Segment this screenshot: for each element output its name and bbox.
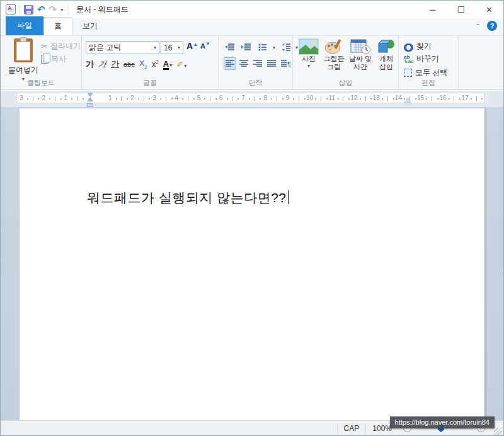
ruler-number: 9: [286, 95, 290, 101]
ruler-number: 4: [175, 95, 179, 101]
chevron-down-icon: ▾: [178, 45, 180, 50]
align-left-button[interactable]: [224, 57, 236, 70]
insert-paint-drawing-button[interactable]: 그림판 그림: [321, 38, 346, 71]
group-label-insert: 삽입: [293, 78, 398, 88]
ruler-tick: [232, 96, 232, 101]
tab-home[interactable]: 홈: [43, 17, 72, 35]
ruler-tick: [343, 96, 343, 101]
minimize-button[interactable]: ─: [418, 1, 447, 18]
decrease-indent-button[interactable]: [224, 41, 236, 54]
cut-button[interactable]: ✂ 잘라내기: [41, 41, 81, 52]
ruler-number: 15: [417, 95, 424, 101]
replace-button[interactable]: ab↳ac 바꾸기: [404, 54, 439, 64]
tab-view[interactable]: 보기: [72, 18, 108, 35]
ribbon: 붙여넣기 ▾ ✂ 잘라내기 복사 클립보드 맑은 고딕▾ 16▾ A▲ A▼: [1, 36, 503, 90]
clipboard-icon: [14, 38, 33, 62]
ruler-tick: [454, 96, 454, 101]
ruler-number: 14: [395, 95, 402, 101]
wordpad-app-icon[interactable]: [6, 4, 16, 14]
ruler-number: 3: [152, 95, 156, 101]
indent-marker-right[interactable]: [404, 97, 411, 103]
group-editing: 찾기 ab↳ac 바꾸기 모두 선택 편집: [399, 36, 459, 89]
ruler-tick: [282, 98, 284, 100]
bullet-list-icon: [258, 43, 267, 51]
ruler-tick: [304, 98, 306, 100]
highlight-button[interactable]: ✐▾: [176, 60, 186, 69]
group-label-paragraph: 단락: [219, 78, 292, 88]
replace-icon: ab↳ac: [404, 55, 413, 64]
text-cursor: [288, 190, 289, 204]
ruler-number: 8: [263, 95, 267, 101]
chevron-down-icon[interactable]: ▾: [273, 45, 275, 50]
italic-button[interactable]: 가: [98, 59, 108, 70]
binoculars-icon: [404, 43, 413, 50]
ruler-number: 5: [197, 95, 201, 101]
ruler-tick: [138, 98, 139, 100]
ruler: 3211234567891011121314151617: [1, 91, 503, 107]
caps-lock-indicator: CAP: [338, 424, 366, 433]
copy-button[interactable]: 복사: [41, 54, 66, 64]
insert-picture-button[interactable]: 사진 ▾: [296, 38, 321, 69]
align-center-icon: [239, 60, 248, 67]
font-family-combo[interactable]: 맑은 고딕▾: [86, 41, 159, 54]
ruler-number: 2: [130, 95, 134, 101]
picture-icon: [299, 38, 319, 55]
ruler-tick: [249, 98, 250, 100]
ruler-tick: [260, 98, 261, 100]
ruler-tick: [38, 98, 39, 100]
justify-icon: [267, 60, 276, 67]
maximize-button[interactable]: ☐: [447, 1, 475, 18]
bold-button[interactable]: 가: [86, 59, 94, 70]
calendar-clock-icon: [350, 38, 370, 55]
align-center-button[interactable]: [238, 57, 250, 70]
shrink-font-button[interactable]: A▼: [200, 41, 210, 50]
ruler-tick: [227, 98, 228, 100]
ruler-tick: [449, 98, 450, 100]
ruler-tick: [370, 98, 372, 100]
document-text[interactable]: 워드패드가 실행되지 않는다면??: [87, 189, 289, 207]
object-cube-icon: [376, 38, 396, 55]
help-icon[interactable]: ?: [487, 21, 497, 31]
save-icon[interactable]: [24, 5, 33, 14]
bullets-button[interactable]: [256, 41, 269, 54]
indent-marker-left[interactable]: [87, 93, 93, 103]
redo-icon[interactable]: ↷: [49, 5, 57, 14]
ruler-tick: [77, 96, 77, 101]
ruler-tick: [127, 98, 128, 100]
ruler-tick: [277, 96, 277, 101]
superscript-button[interactable]: x2: [152, 59, 159, 69]
font-color-button[interactable]: A▾: [163, 59, 172, 70]
divider: [20, 5, 20, 14]
underline-button[interactable]: 간: [111, 59, 119, 70]
justify-button[interactable]: [265, 57, 278, 70]
align-right-button[interactable]: [251, 57, 264, 70]
collapse-ribbon-icon[interactable]: ⌃: [476, 23, 481, 30]
ruler-tick: [382, 98, 383, 100]
ribbon-tabs: 파일 홈 보기 ⌃ ?: [1, 18, 503, 36]
quick-access-toolbar: ↶ ↷ ▾ 문서 - 워드패드: [1, 4, 129, 15]
ruler-tick: [149, 98, 150, 100]
find-button[interactable]: 찾기: [404, 41, 432, 52]
ruler-number: 1: [64, 95, 68, 101]
grow-font-button[interactable]: A▲: [186, 41, 198, 51]
subscript-button[interactable]: X2: [139, 59, 147, 70]
group-label-font: 글꼴: [82, 78, 218, 88]
qat-dropdown-icon[interactable]: ▾: [60, 7, 63, 13]
line-spacing-button[interactable]: [279, 41, 292, 54]
tab-file[interactable]: 파일: [6, 16, 43, 35]
select-all-button[interactable]: 모두 선택: [404, 67, 447, 78]
undo-icon[interactable]: ↶: [37, 5, 45, 14]
title-bar: ↶ ↷ ▾ 문서 - 워드패드 ─ ☐ ✕: [1, 1, 503, 18]
insert-datetime-button[interactable]: 날짜 및 시간: [348, 38, 373, 71]
strikethrough-button[interactable]: abc: [123, 60, 135, 68]
ruler-tick: [215, 98, 217, 100]
paragraph-dialog-button[interactable]: ¶: [279, 57, 292, 70]
font-size-combo[interactable]: 16▾: [161, 41, 183, 54]
close-button[interactable]: ✕: [475, 1, 503, 18]
ruler-tick: [33, 96, 33, 101]
ruler-tick: [182, 98, 183, 100]
resize-grip[interactable]: [494, 428, 501, 435]
increase-indent-button[interactable]: [240, 41, 253, 54]
document-page[interactable]: 워드패드가 실행되지 않는다면??: [20, 108, 484, 420]
insert-object-button[interactable]: 개체 삽입: [374, 38, 399, 71]
